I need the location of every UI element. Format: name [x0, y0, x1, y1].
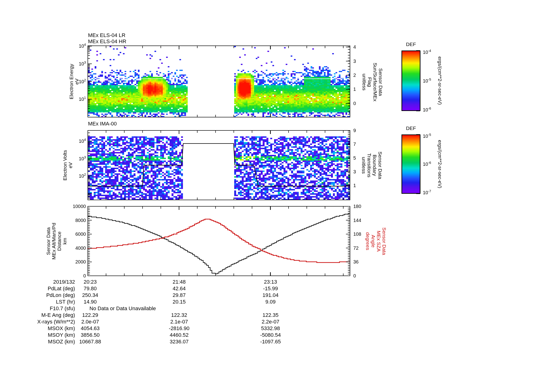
table-cell-col3: -1097.65: [244, 339, 297, 345]
table-cell-col3: 2.2e-07: [244, 319, 297, 325]
tick-label: 108: [353, 231, 361, 237]
tick-label: 3: [353, 59, 356, 64]
right-y-axis: [346, 206, 350, 276]
tick-label: 2000: [75, 259, 86, 264]
tick-label: 2: [353, 72, 356, 78]
table-cell-col2: 122.32: [153, 312, 205, 318]
ima-y-axis-label-line2: eV: [68, 150, 73, 180]
sza-axis-label-line3: Angle: [371, 227, 376, 255]
sza-curve: [88, 219, 350, 263]
table-cell-col2: 29.87: [153, 292, 205, 298]
tick-label: 72: [353, 245, 358, 251]
tick-label: 144: [353, 218, 361, 223]
els-y-axis-label-line2: eV: [74, 64, 80, 99]
ephemeris-y-axis-label: Sensor DataMEx Alt/Mars/PdDistancekm: [45, 223, 67, 259]
els-right-axis-label-line1: Sensor Data: [378, 63, 383, 101]
tick-label: 9: [353, 128, 356, 133]
tick-label: 102: [79, 78, 86, 84]
tick-label: 180: [353, 204, 361, 209]
table-cell-col2: 2.1e-07: [153, 319, 205, 325]
ephemeris-y-axis-label-line4: km: [62, 223, 67, 259]
ima-colorbar: [402, 135, 420, 194]
tick-label: 10-4: [423, 49, 431, 55]
els-colorbar: [402, 50, 420, 111]
els-title-line1: MEx ELS-04 LR: [88, 32, 125, 38]
tick-label: 10-5: [423, 78, 431, 84]
table-row-label: F10.7 (sfu): [4, 306, 75, 312]
tick-label: 5: [353, 155, 356, 161]
els-panel-border: [88, 46, 350, 117]
table-cell-col3: 122.35: [244, 312, 297, 318]
tick-label: 10-5: [423, 133, 431, 139]
log-y-axis: [88, 133, 92, 199]
table-cell-col2: 20.15: [153, 299, 205, 305]
ima-panel-border: [88, 130, 350, 200]
table-cell-col1: 122.29: [64, 312, 116, 318]
table-cell-col3: -15.99: [244, 285, 297, 292]
ephemeris-y-axis-label-line3: Distance: [57, 223, 62, 259]
tick-label: 3: [353, 169, 356, 174]
table-cell-col1: 2.0e-07: [64, 319, 116, 325]
ima-right-axis-label-line1: Sensor Data: [378, 151, 383, 179]
tick-label: 104: [79, 138, 86, 144]
table-span-value: No Data or Data Unavailable: [89, 306, 237, 312]
ephemeris-y-axis-label-line1: Sensor Data: [45, 223, 51, 259]
table-cell-col3: 9.09: [244, 299, 297, 305]
tick-label: 4: [353, 44, 356, 50]
table-cell-col1: 10667.88: [64, 339, 116, 345]
sza-axis-label-line2: MEx SZA: [376, 227, 381, 255]
tick-label: 104: [79, 43, 86, 49]
tick-label: 10-7: [423, 189, 431, 195]
table-cell-col1: 250.34: [64, 292, 116, 298]
tick-label: 7: [353, 142, 356, 147]
sza-axis-label-line1: Sensor Data: [381, 227, 387, 255]
els-y-axis-label-line1: Electron Energy: [69, 64, 74, 99]
table-cell-col2: 42.64: [153, 285, 205, 292]
ima-y-axis-label: Electron VoltseV: [62, 150, 73, 180]
plot-page: { "chart_data": [ { "id": "els", "type":…: [0, 0, 555, 392]
ima-right-axis-label-line2: Boundary: [372, 151, 378, 179]
table-cell-col1: 4054.63: [64, 325, 116, 332]
table-cell-col1: 14.90: [64, 299, 116, 305]
x-ticks: [106, 207, 343, 276]
table-cell-col1: 3856.50: [64, 332, 116, 338]
tick-label: 103: [79, 155, 86, 161]
tick-label: 0: [353, 101, 356, 106]
table-cell-col3: 5332.98: [244, 325, 297, 332]
ima-title: MEx IMA-00: [88, 121, 117, 127]
tick-label: 1: [353, 86, 356, 92]
tick-label: 10000: [73, 204, 86, 209]
els-colorbar-unit-label: ergs/(cm**2-sr-sec-eV): [437, 57, 443, 105]
table-cell-col2: 3236.07: [153, 339, 205, 345]
x-ticks: [106, 131, 343, 200]
els-title: MEx ELS-04 LRMEx ELS-04 HR: [88, 32, 126, 45]
sza-axis-label-line4: degrees: [365, 227, 371, 255]
tick-label: 8000: [75, 218, 86, 223]
tick-label: 10-6: [423, 107, 431, 112]
tick-label: 101: [79, 96, 86, 102]
els-colorbar-title: DEF: [402, 42, 420, 47]
ephemeris-y-axis-label-line2: MEx Alt/Mars/Pd: [51, 223, 57, 259]
table-cell-col2: -2816.90: [153, 325, 205, 332]
tick-label: 0: [83, 273, 86, 278]
table-cell-col1: 20:23: [64, 279, 116, 285]
ima-colorbar-unit-label: ergs/(cm**2-sr-sec-eV): [437, 140, 443, 188]
els-right-axis-label-line4: unitless: [362, 63, 367, 101]
ima-boundary-line: [88, 143, 350, 186]
tick-label: 36: [353, 259, 358, 264]
tick-label: 10-6: [423, 161, 431, 167]
tick-label: 102: [79, 173, 86, 178]
table-cell-col3: 23:13: [244, 279, 297, 285]
ephemeris-panel-border: [88, 206, 350, 276]
table-cell-col2: 21:48: [153, 279, 205, 285]
x-ticks: [106, 46, 343, 117]
els-y-axis-label: Electron EnergyeV: [69, 64, 80, 99]
ima-colorbar-title: DEF: [402, 125, 420, 131]
table-cell-col1: 79.80: [64, 285, 116, 292]
sza-axis-label: Sensor DataMEx SZAAngledegrees: [365, 227, 387, 255]
table-cell-col3: 191.04: [244, 292, 297, 298]
tick-label: 1: [353, 183, 356, 188]
ima-right-axis-label-line3: Transitions: [367, 151, 372, 179]
right-y-axis: [346, 130, 350, 198]
els-right-axis-label-line3: Flag: [367, 63, 372, 101]
